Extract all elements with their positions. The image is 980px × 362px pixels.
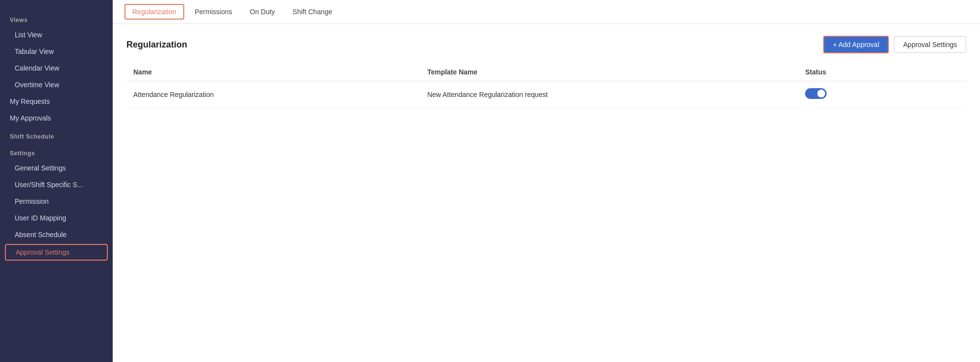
col-header-template: Template Name (420, 63, 798, 81)
sidebar-item-absent-schedule[interactable]: Absent Schedule (0, 226, 113, 243)
tab-bar: Regularization Permissions On Duty Shift… (113, 0, 980, 24)
row-name: Attendance Regularization (126, 81, 420, 108)
col-header-name: Name (126, 63, 420, 81)
sidebar-item-permission[interactable]: Permission (0, 193, 113, 210)
tab-on-duty[interactable]: On Duty (241, 1, 284, 23)
status-toggle[interactable] (805, 88, 827, 99)
sidebar-item-user-id-mapping[interactable]: User ID Mapping (0, 210, 113, 226)
sidebar-item-general-settings[interactable]: General Settings (0, 160, 113, 176)
add-approval-button[interactable]: + Add Approval (823, 36, 889, 53)
row-template-name: New Attendance Regularization request (420, 81, 798, 108)
sidebar-item-overtime-view[interactable]: Overtime View (0, 76, 113, 93)
toggle-knob (817, 90, 825, 97)
approval-settings-button[interactable]: Approval Settings (894, 36, 966, 53)
tab-shift-change[interactable]: Shift Change (284, 1, 341, 23)
sidebar-item-approval-settings[interactable]: Approval Settings (5, 244, 108, 261)
sidebar: Views List View Tabular View Calendar Vi… (0, 0, 113, 362)
sidebar-item-my-requests[interactable]: My Requests (0, 93, 113, 110)
content-header: Regularization + Add Approval Approval S… (126, 36, 966, 53)
sidebar-section-views: Views List View Tabular View Calendar Vi… (0, 10, 113, 93)
tab-regularization[interactable]: Regularization (124, 4, 184, 20)
tab-permissions[interactable]: Permissions (186, 1, 241, 23)
col-header-status: Status (798, 63, 966, 81)
sidebar-section-label-settings: Settings (0, 143, 113, 160)
sidebar-section-label-views: Views (0, 10, 113, 26)
sidebar-item-calendar-view[interactable]: Calendar View (0, 60, 113, 76)
row-status (798, 81, 966, 108)
sidebar-item-list-view[interactable]: List View (0, 26, 113, 43)
sidebar-section-label-shift: Shift Schedule (0, 126, 113, 143)
sidebar-item-my-approvals[interactable]: My Approvals (0, 110, 113, 126)
main-content: Regularization Permissions On Duty Shift… (113, 0, 980, 362)
sidebar-item-user-shift-specific[interactable]: User/Shift Specific S... (0, 176, 113, 193)
sidebar-section-shift-schedule: Shift Schedule (0, 126, 113, 143)
approval-table: Name Template Name Status Attendance Reg… (126, 63, 966, 108)
sidebar-section-settings: Settings General Settings User/Shift Spe… (0, 143, 113, 262)
content-area: Regularization + Add Approval Approval S… (113, 24, 980, 362)
page-title: Regularization (126, 40, 187, 50)
header-buttons: + Add Approval Approval Settings (823, 36, 966, 53)
sidebar-item-tabular-view[interactable]: Tabular View (0, 43, 113, 60)
table-row: Attendance Regularization New Attendance… (126, 81, 966, 108)
